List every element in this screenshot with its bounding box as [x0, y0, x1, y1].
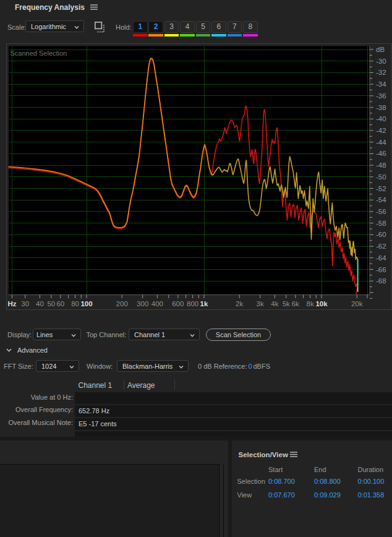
svg-text:6k: 6k — [292, 300, 299, 307]
svg-text:-66: -66 — [376, 266, 386, 273]
svg-text:-32: -32 — [376, 69, 386, 76]
svg-text:-36: -36 — [376, 92, 386, 100]
svg-text:-68: -68 — [376, 277, 386, 285]
svg-text:-56: -56 — [376, 208, 386, 215]
svg-text:8k: 8k — [307, 300, 314, 307]
svg-text:-60: -60 — [376, 231, 386, 238]
svg-text:Scanned Selection: Scanned Selection — [11, 49, 67, 57]
svg-text:-38: -38 — [376, 104, 386, 111]
svg-text:dB: dB — [376, 46, 385, 53]
svg-text:300: 300 — [137, 300, 148, 307]
svg-text:-48: -48 — [376, 161, 386, 169]
svg-text:80: 80 — [71, 300, 79, 307]
svg-text:20k: 20k — [351, 300, 363, 307]
svg-text:4k: 4k — [271, 300, 278, 307]
svg-text:800: 800 — [187, 300, 198, 307]
svg-text:-30: -30 — [376, 58, 386, 65]
svg-text:-50: -50 — [376, 173, 386, 181]
svg-text:-58: -58 — [376, 220, 386, 227]
svg-text:1k: 1k — [200, 300, 208, 307]
svg-text:3k: 3k — [257, 300, 264, 307]
svg-text:5k: 5k — [283, 300, 290, 307]
svg-text:-46: -46 — [376, 150, 386, 157]
svg-text:-62: -62 — [376, 243, 386, 250]
svg-text:200: 200 — [116, 300, 128, 307]
svg-text:-64: -64 — [376, 254, 386, 262]
svg-text:50: 50 — [47, 300, 55, 307]
svg-text:2k: 2k — [236, 300, 243, 307]
svg-text:60: 60 — [56, 300, 64, 307]
svg-text:-44: -44 — [376, 139, 386, 146]
svg-text:-34: -34 — [376, 80, 386, 88]
svg-text:-54: -54 — [376, 196, 386, 204]
svg-text:-40: -40 — [376, 115, 386, 122]
svg-text:30: 30 — [21, 300, 29, 307]
svg-text:-52: -52 — [376, 185, 386, 192]
svg-text:10k: 10k — [315, 300, 328, 307]
svg-text:40: 40 — [36, 300, 44, 307]
svg-text:Hz: Hz — [7, 300, 16, 307]
svg-text:400: 400 — [151, 300, 163, 307]
svg-text:100: 100 — [80, 300, 92, 307]
svg-text:600: 600 — [172, 300, 184, 307]
svg-text:-42: -42 — [376, 127, 386, 134]
